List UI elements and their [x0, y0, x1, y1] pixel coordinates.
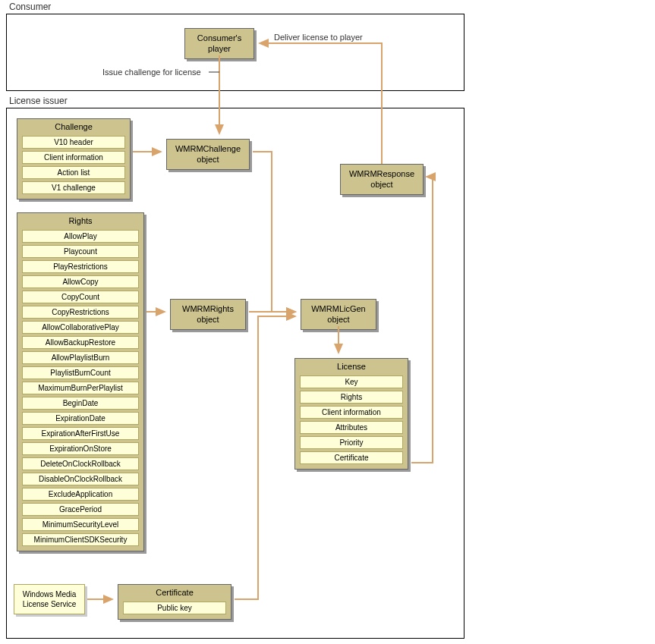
certificate-box: Certificate Public key: [118, 584, 231, 620]
license-item: Attributes: [300, 421, 403, 434]
rights-item: AllowPlay: [22, 230, 139, 243]
wmrmlicgen-line2: object: [327, 315, 349, 324]
deliver-license-label: Deliver license to player: [274, 33, 363, 42]
windows-media-box: Windows Media License Service: [14, 584, 85, 614]
rights-item: CopyCount: [22, 291, 139, 303]
rights-item: PlayRestrictions: [22, 260, 139, 273]
windows-media-line1: Windows Media: [23, 590, 77, 598]
consumers-player-line2: player: [208, 44, 231, 53]
certificate-title: Certificate: [118, 585, 231, 599]
wmrmrights-box: WMRMRights object: [170, 299, 246, 330]
rights-item: AllowPlaylistBurn: [22, 351, 139, 364]
issue-challenge-label: Issue challenge for license: [102, 68, 201, 77]
challenge-item: V10 header: [22, 136, 125, 149]
rights-item: DisableOnClockRollback: [22, 473, 139, 485]
consumer-label: Consumer: [9, 2, 51, 12]
wmrmrights-line1: WMRMRights: [182, 304, 234, 313]
challenge-title: Challenge: [17, 119, 130, 134]
rights-item: AllowCollaborativePlay: [22, 321, 139, 334]
rights-box: Rights AllowPlay Playcount PlayRestricti…: [17, 212, 144, 551]
rights-item: ExpirationOnStore: [22, 442, 139, 455]
rights-item: AllowCopy: [22, 275, 139, 288]
wmrmlicgen-box: WMRMLicGen object: [301, 299, 376, 330]
wmrmresponse-box: WMRMResponse object: [340, 164, 424, 195]
license-item: Priority: [300, 436, 403, 449]
wmrmchallenge-line2: object: [197, 155, 219, 164]
license-item: Client information: [300, 406, 403, 419]
license-item: Certificate: [300, 451, 403, 464]
license-item: Key: [300, 375, 403, 388]
challenge-item: Action list: [22, 166, 125, 179]
challenge-box: Challenge V10 header Client information …: [17, 118, 131, 199]
rights-item: GracePeriod: [22, 503, 139, 516]
certificate-item: Public key: [123, 602, 226, 614]
challenge-item: V1 challenge: [22, 181, 125, 194]
rights-item: Playcount: [22, 245, 139, 258]
rights-item: MinimumClientSDKSecurity: [22, 533, 139, 546]
wmrmlicgen-line1: WMRMLicGen: [311, 304, 366, 313]
wmrmchallenge-line1: WMRMChallenge: [175, 144, 241, 153]
license-item: Rights: [300, 391, 403, 404]
rights-item: DeleteOnClockRollback: [22, 457, 139, 470]
rights-item: BeginDate: [22, 397, 139, 410]
wmrmresponse-line2: object: [370, 180, 392, 189]
wmrmrights-line2: object: [197, 315, 219, 324]
wmrmchallenge-box: WMRMChallenge object: [166, 139, 250, 170]
rights-item: MinimumSecurityLevel: [22, 518, 139, 531]
license-title: License: [295, 359, 408, 373]
rights-item: CopyRestrictions: [22, 306, 139, 319]
rights-item: ExpirationAfterFirstUse: [22, 427, 139, 440]
challenge-item: Client information: [22, 151, 125, 164]
rights-item: MaximumBurnPerPlaylist: [22, 382, 139, 394]
windows-media-line2: License Service: [23, 600, 77, 608]
rights-item: ExpirationDate: [22, 412, 139, 425]
consumers-player-box: Consumer's player: [184, 28, 254, 59]
consumers-player-line1: Consumer's: [197, 33, 241, 42]
rights-item: ExcludeApplication: [22, 488, 139, 501]
wmrmresponse-line1: WMRMResponse: [349, 169, 414, 178]
rights-title: Rights: [17, 213, 143, 228]
rights-item: PlaylistBurnCount: [22, 366, 139, 379]
rights-item: AllowBackupRestore: [22, 336, 139, 349]
license-issuer-label: License issuer: [9, 96, 68, 106]
license-box: License Key Rights Client information At…: [294, 358, 408, 470]
